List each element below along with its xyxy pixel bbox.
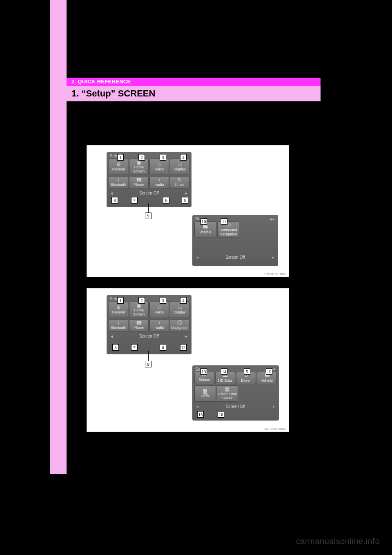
page-right-icon[interactable]: ▸ bbox=[185, 191, 187, 195]
home-screen-button[interactable]: ▣Home Screen bbox=[129, 159, 149, 175]
callout-1: 1 bbox=[117, 154, 124, 161]
button-label: HD Data bbox=[218, 378, 232, 383]
page-left-icon[interactable]: ◂ bbox=[111, 334, 113, 338]
callout-13: 13 bbox=[200, 368, 207, 375]
driver-easy-speak-button[interactable]: ▤Driver Easy Speak bbox=[217, 385, 238, 402]
button-label: Driver bbox=[175, 183, 185, 187]
chapter-bar: 2. QUICK REFERENCE bbox=[67, 78, 321, 86]
callout-15: 15 bbox=[197, 411, 204, 418]
watermark: carmanualsonline.info bbox=[296, 537, 380, 546]
callout-8: 8 bbox=[111, 197, 118, 204]
leader-line bbox=[148, 351, 149, 361]
voice-button[interactable]: ♫Voice bbox=[149, 159, 169, 175]
button-label: Connected Navigation bbox=[218, 228, 239, 236]
audio-button[interactable]: ♪Audio bbox=[149, 319, 169, 331]
button-label: Entune bbox=[198, 378, 210, 382]
setup-panel-b1: Setup ↩ ⚙General ▣Home Screen ♫Voice ▭Di… bbox=[107, 295, 192, 354]
callout-11: 11 bbox=[221, 218, 227, 225]
callout-9: 9 bbox=[145, 213, 151, 219]
page-right-icon[interactable]: ▸ bbox=[272, 255, 274, 260]
bluetooth-button[interactable]: ↕Bluetooth bbox=[109, 176, 128, 188]
page-left-icon[interactable]: ◂ bbox=[196, 255, 198, 260]
callout-5: 5 bbox=[244, 368, 250, 375]
page-left-icon[interactable]: ◂ bbox=[111, 191, 113, 195]
phone-icon: ☎ bbox=[136, 177, 142, 182]
button-label: Home Screen bbox=[129, 165, 148, 173]
screenshot-b: Setup ↩ ⚙General ▣Home Screen ♫Voice ▭Di… bbox=[87, 288, 289, 432]
button-row: ⚙General ▣Home Screen ♫Voice ▭Display bbox=[107, 159, 192, 176]
voice-icon: ♫ bbox=[158, 162, 161, 167]
back-icon[interactable]: ↩ bbox=[270, 216, 275, 222]
callout-10: 10 bbox=[266, 368, 272, 375]
screen-off-button[interactable]: Screen Off bbox=[139, 191, 159, 195]
phone-button[interactable]: ☎Phone bbox=[129, 319, 149, 331]
navigation-button[interactable]: ⓝNavigation bbox=[170, 319, 189, 331]
bluetooth-button[interactable]: ↕Bluetooth bbox=[109, 319, 128, 331]
section-title-bar: 1. “Setup” SCREEN bbox=[67, 86, 321, 101]
page-left-icon[interactable]: ◂ bbox=[196, 404, 198, 409]
bottom-bar: ◂ Screen Off ▸ bbox=[192, 254, 278, 262]
traffic-icon: ▓ bbox=[203, 389, 207, 394]
leader-line bbox=[148, 204, 149, 213]
screen-off-button[interactable]: Screen Off bbox=[225, 255, 245, 260]
callout-7: 7 bbox=[131, 344, 138, 351]
spacer bbox=[192, 239, 278, 254]
audio-button[interactable]: ♪Audio bbox=[149, 176, 169, 188]
button-label: General bbox=[112, 310, 125, 314]
callout-8: 8 bbox=[112, 344, 119, 351]
phone-icon: ☎ bbox=[136, 320, 142, 325]
callout-14: 14 bbox=[221, 368, 227, 375]
callout-16: 16 bbox=[218, 411, 224, 418]
vehicle-icon: ⛟ bbox=[203, 225, 208, 230]
screenshot-a: Setup ⚙General ▣Home Screen ♫Voice ▭Disp… bbox=[87, 145, 289, 277]
button-row: ⚙General ▣Home Screen ♫Voice ▭Display bbox=[107, 302, 192, 319]
image-code: CMS030fCTaUS bbox=[264, 427, 286, 430]
button-label: Navigation bbox=[171, 326, 189, 330]
bottom-bar: ◂ Screen Off ▸ bbox=[107, 333, 192, 340]
driver-button[interactable]: ↻Driver bbox=[170, 176, 189, 188]
button-label: Bluetooth bbox=[111, 183, 126, 187]
callout-3: 3 bbox=[160, 154, 166, 161]
button-label: General bbox=[112, 167, 125, 171]
driver-easy-speak-icon: ▤ bbox=[225, 387, 229, 392]
button-row: ↕Bluetooth ☎Phone ♪Audio ↻Driver bbox=[107, 176, 192, 190]
screen-off-button[interactable]: Screen Off bbox=[139, 334, 159, 338]
button-label: Audio bbox=[154, 183, 164, 187]
callout-6: 6 bbox=[163, 197, 169, 204]
button-label: Audio bbox=[154, 326, 164, 330]
page-right-icon[interactable]: ▸ bbox=[185, 334, 187, 338]
button-label: Driver bbox=[241, 378, 251, 383]
button-label: Display bbox=[174, 167, 186, 171]
navigation-icon: ⓝ bbox=[177, 320, 182, 325]
callout-1: 1 bbox=[117, 297, 124, 304]
display-icon: ▭ bbox=[178, 162, 182, 167]
bluetooth-icon: ↕ bbox=[117, 320, 120, 325]
screen-off-button[interactable]: Screen Off bbox=[226, 404, 245, 409]
button-label: Voice bbox=[155, 310, 164, 314]
callout-2: 2 bbox=[138, 297, 145, 304]
button-label: Bluetooth bbox=[111, 326, 126, 330]
button-row: ↕Bluetooth ☎Phone ♪Audio ⓝNavigation bbox=[107, 319, 192, 333]
callout-3: 3 bbox=[160, 297, 166, 304]
display-button[interactable]: ▭Display bbox=[170, 159, 189, 175]
traffic-button[interactable]: ▓Traffic bbox=[194, 385, 216, 402]
voice-button[interactable]: ♫Voice bbox=[149, 302, 169, 318]
display-icon: ▭ bbox=[178, 305, 182, 310]
callout-2: 2 bbox=[138, 154, 145, 161]
button-label: Phone bbox=[134, 183, 144, 187]
image-code: CMS030fCTiUS bbox=[265, 273, 286, 275]
phone-button[interactable]: ☎Phone bbox=[129, 176, 149, 188]
callout-4: 4 bbox=[180, 297, 187, 304]
display-button[interactable]: ▭Display bbox=[170, 302, 189, 318]
driver-icon: ↻ bbox=[178, 177, 182, 182]
general-button[interactable]: ⚙General bbox=[109, 159, 128, 175]
button-row: ▓Traffic ▤Driver Easy Speak bbox=[192, 385, 279, 403]
general-button[interactable]: ⚙General bbox=[109, 302, 128, 318]
callout-4: 4 bbox=[180, 154, 187, 161]
bottom-bar: ◂ Screen Off ▸ bbox=[192, 403, 279, 411]
button-label: Driver Easy Speak bbox=[217, 392, 238, 400]
page-right-icon[interactable]: ▸ bbox=[273, 404, 275, 409]
button-label: Voice bbox=[155, 167, 164, 171]
gear-icon: ⚙ bbox=[116, 305, 121, 310]
home-screen-button[interactable]: ▣Home Screen bbox=[129, 302, 149, 318]
